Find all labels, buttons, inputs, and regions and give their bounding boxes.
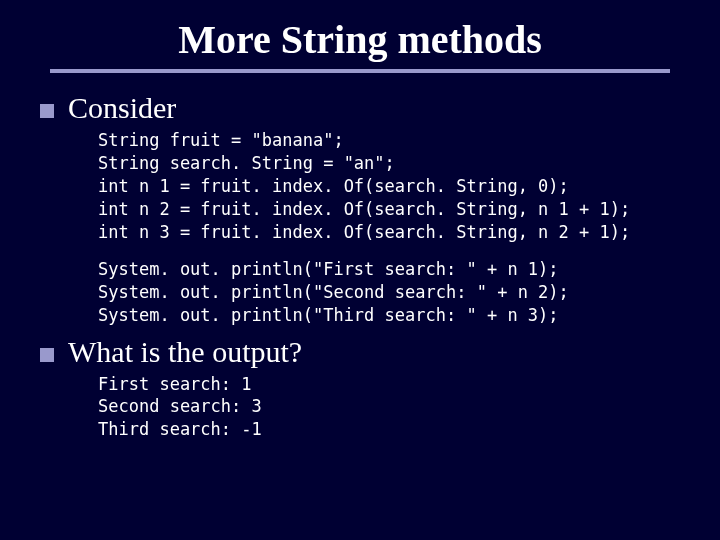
- square-bullet-icon: [40, 348, 54, 362]
- code-block: String fruit = "banana"; String search. …: [98, 129, 680, 244]
- slide-title: More String methods: [40, 16, 680, 63]
- section-output: What is the output? First search: 1 Seco…: [40, 335, 680, 442]
- section-consider: Consider String fruit = "banana"; String…: [40, 91, 680, 327]
- spacer: [40, 244, 680, 258]
- bullet-row: What is the output?: [40, 335, 680, 369]
- bullet-row: Consider: [40, 91, 680, 125]
- code-block: System. out. println("First search: " + …: [98, 258, 680, 327]
- square-bullet-icon: [40, 104, 54, 118]
- code-block: First search: 1 Second search: 3 Third s…: [98, 373, 680, 442]
- title-underline: [50, 69, 670, 73]
- bullet-heading: What is the output?: [68, 335, 302, 369]
- bullet-heading: Consider: [68, 91, 176, 125]
- slide: More String methods Consider String frui…: [0, 0, 720, 540]
